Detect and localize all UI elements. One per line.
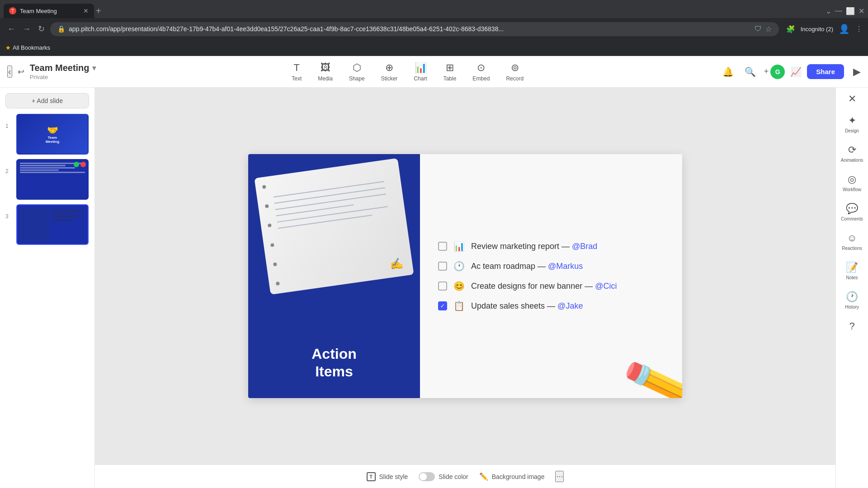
more-options-btn[interactable]: ···: [555, 471, 564, 482]
add-slide-btn[interactable]: + Add slide: [5, 93, 89, 108]
notes-panel-btn[interactable]: 📝 Notes: [838, 257, 867, 285]
stats-btn[interactable]: 📈: [790, 66, 802, 77]
share-btn[interactable]: Share: [807, 64, 844, 79]
text-label: Text: [292, 75, 302, 82]
notebook-image: ✍️: [254, 158, 414, 295]
menu-icon[interactable]: ⋮: [855, 25, 863, 33]
media-tool-btn[interactable]: 🖼 Media: [311, 58, 340, 85]
checkbox-2[interactable]: [438, 262, 447, 271]
design-panel-btn[interactable]: ✦ Design: [838, 110, 867, 138]
slide-color-toggle[interactable]: [419, 472, 435, 481]
checkbox-4[interactable]: ✓: [438, 301, 447, 310]
refresh-btn[interactable]: ↻: [36, 22, 47, 36]
thumb3-content: [17, 205, 88, 244]
slide-style-btn[interactable]: T Slide style: [367, 472, 408, 481]
embed-icon: ⊙: [477, 62, 485, 74]
address-icons: 🛡 ☆: [755, 25, 772, 33]
slide-number-3: 3: [5, 213, 13, 220]
toolbar: T Text 🖼 Media ⬡ Shape ⊕ Sticker 📊 Chart…: [96, 58, 720, 85]
item-icon-3: 😊: [453, 281, 465, 291]
search-btn[interactable]: 🔍: [742, 64, 759, 80]
thumb-line: [51, 210, 83, 211]
checkbox-3[interactable]: [438, 282, 447, 291]
slide-style-label: Slide style: [379, 473, 408, 480]
table-icon: ⊞: [446, 62, 454, 74]
pencil-decoration: ✏️: [619, 343, 682, 398]
text-tool-btn[interactable]: T Text: [284, 58, 309, 85]
thumb-line: [20, 165, 66, 166]
table-tool-btn[interactable]: ⊞ Table: [436, 58, 464, 85]
close-panel-btn[interactable]: ✕: [848, 93, 856, 105]
animations-panel-btn[interactable]: ⟳ Animations: [838, 140, 867, 167]
title-chevron[interactable]: ▾: [92, 64, 96, 72]
item-mention-1: @Brad: [572, 242, 597, 251]
sidebar-toggle-btn[interactable]: ‹: [7, 66, 12, 78]
profile-icon[interactable]: 👤: [839, 23, 850, 34]
thumb3-right: [49, 208, 85, 241]
all-bookmarks[interactable]: ★ All Bookmarks: [5, 44, 50, 51]
design-icon: ✦: [848, 115, 856, 127]
shape-tool-btn[interactable]: ⬡ Shape: [342, 58, 372, 85]
sticker-icon: ⊕: [385, 62, 393, 74]
background-image-btn[interactable]: ✏️ Background image: [479, 472, 545, 481]
reactions-panel-btn[interactable]: ☺ Reactions: [838, 228, 867, 255]
window-collapse[interactable]: ⌄: [826, 7, 831, 15]
workflow-panel-btn[interactable]: ◎ Workflow: [838, 169, 867, 197]
slide-thumb-1[interactable]: 🤝 TeamMeeting: [16, 114, 89, 155]
embed-tool-btn[interactable]: ⊙ Embed: [465, 58, 497, 85]
slide-left: ✍️ ActionItems: [248, 154, 420, 398]
window-minimize[interactable]: —: [835, 7, 842, 15]
item-mention-3: @Cici: [595, 282, 617, 291]
action-item-4: ✓ 📋 Update sales sheets — @Jake: [438, 300, 664, 311]
thumb-line: [51, 219, 74, 221]
slide-color-btn[interactable]: Slide color: [419, 472, 468, 481]
window-close[interactable]: ✕: [859, 7, 864, 15]
spiral-dot: [268, 224, 272, 228]
presentation-title-area: Team Meeting ▾ Private: [30, 63, 96, 80]
toggle-knob: [420, 473, 427, 480]
extensions-icon[interactable]: 🧩: [786, 25, 795, 33]
new-tab-btn[interactable]: +: [96, 6, 101, 16]
slide-list: 1 🤝 TeamMeeting 2: [5, 114, 89, 245]
help-icon: ?: [849, 320, 854, 332]
main-content: + Add slide 1 🤝 TeamMeeting 2: [0, 88, 868, 488]
slide-number-1: 1: [5, 123, 13, 129]
plus-icon: +: [764, 67, 769, 76]
slide-color-label: Slide color: [439, 473, 468, 480]
help-btn[interactable]: ?: [838, 316, 867, 337]
checkbox-1[interactable]: [438, 242, 447, 251]
slide-thumb-2[interactable]: [16, 159, 89, 200]
address-bar[interactable]: 🔒 app.pitch.com/app/presentation/4b74b27…: [50, 22, 779, 36]
sticker-tool-btn[interactable]: ⊕ Sticker: [374, 58, 405, 85]
active-tab[interactable]: T Team Meeting ✕: [4, 4, 94, 18]
tab-close-btn[interactable]: ✕: [83, 7, 89, 14]
thumb-line: [51, 213, 77, 215]
window-controls: ⌄ — ⬜ ✕: [826, 7, 864, 15]
presentation-subtitle: Private: [30, 74, 96, 80]
media-icon: 🖼: [321, 62, 330, 74]
thumb-line: [20, 167, 75, 169]
slide-title: ActionItems: [311, 345, 357, 380]
star-icon[interactable]: ☆: [765, 25, 772, 33]
comments-panel-btn[interactable]: 💬 Comments: [838, 198, 867, 226]
slide-thumb-3[interactable]: [16, 204, 89, 245]
chart-tool-btn[interactable]: 📊 Chart: [406, 58, 434, 85]
sticker-label: Sticker: [381, 75, 398, 82]
present-btn[interactable]: ▶: [853, 66, 861, 78]
window-maximize[interactable]: ⬜: [846, 7, 855, 15]
back-btn[interactable]: ←: [5, 23, 17, 36]
record-tool-btn[interactable]: ⊚ Record: [499, 58, 531, 85]
undo-btn[interactable]: ↩: [18, 67, 24, 77]
shape-icon: ⬡: [353, 62, 361, 74]
history-icon: 🕐: [846, 291, 858, 303]
forward-btn[interactable]: →: [21, 23, 33, 36]
item-text-4: Update sales sheets — @Jake: [471, 301, 583, 311]
slide-right: 📊 Review marketing report — @Brad 🕐 Ac t…: [420, 154, 682, 398]
spiral-dot: [276, 282, 280, 286]
notification-btn[interactable]: 🔔: [720, 64, 736, 80]
history-panel-btn[interactable]: 🕐 History: [838, 286, 867, 314]
action-item-3: 😊 Create designs for new banner — @Cici: [438, 281, 664, 291]
action-item-1: 📊 Review marketing report — @Brad: [438, 241, 664, 252]
list-item: 3: [5, 204, 89, 245]
add-collaborator-btn[interactable]: + G: [764, 65, 785, 79]
